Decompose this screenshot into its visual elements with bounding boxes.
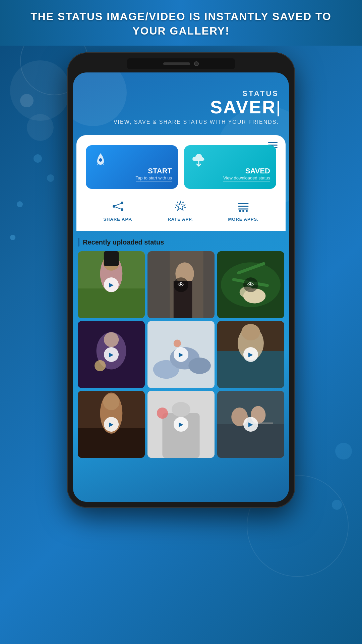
play-overlay-5: ▶ — [147, 321, 215, 388]
star-icon — [174, 200, 186, 215]
rate-app-label: RATE APP. — [168, 217, 193, 222]
share-app-label: SHARE APP. — [103, 217, 132, 222]
play-button-4[interactable]: ▶ — [104, 347, 119, 362]
top-banner-text: THE STATUS IMAGE/VIDEO IS INSTANTLY SAVE… — [13, 9, 349, 38]
phone-notch — [127, 58, 235, 69]
share-app-button[interactable]: SHARE APP. — [103, 200, 132, 222]
menu-line-1 — [268, 142, 278, 143]
cloud-download-icon — [189, 151, 208, 173]
play-button-6[interactable]: ▶ — [243, 347, 258, 362]
more-apps-button[interactable]: MORE APPS. — [228, 200, 258, 222]
phone-speaker — [163, 62, 190, 65]
phone-mockup: STATUS SAVER VIEW, SAVE & SHARE STATUS W… — [67, 52, 295, 508]
status-item-8[interactable]: ▶ — [147, 391, 215, 458]
more-apps-label: MORE APPS. — [228, 217, 258, 222]
app-subtitle: VIEW, SAVE & SHARE STATUS WITH YOUR FRIE… — [83, 119, 279, 125]
phone-screen: STATUS SAVER VIEW, SAVE & SHARE STATUS W… — [73, 72, 289, 502]
status-item-4[interactable]: ▶ — [78, 321, 145, 388]
app-header: STATUS SAVER VIEW, SAVE & SHARE STATUS W… — [73, 72, 289, 135]
play-overlay-2: 👁 — [147, 251, 215, 318]
start-button[interactable]: START Tap to start with us — [86, 145, 178, 189]
rocket-icon — [91, 151, 110, 173]
play-button-7[interactable]: ▶ — [104, 417, 119, 432]
svg-point-7 — [177, 202, 178, 203]
play-overlay-7: ▶ — [78, 391, 145, 458]
play-button-1[interactable]: ▶ — [104, 277, 119, 292]
svg-point-16 — [246, 210, 248, 212]
title-accent-bar — [78, 238, 79, 247]
play-overlay-4: ▶ — [78, 321, 145, 388]
phone-camera — [194, 61, 199, 66]
more-icon — [237, 200, 249, 215]
start-sublabel: Tap to start with us — [136, 175, 172, 181]
eye-button-2[interactable]: 👁 — [174, 277, 188, 292]
status-item-3[interactable]: 👁 — [217, 251, 284, 318]
svg-point-2 — [113, 205, 115, 208]
svg-point-1 — [99, 158, 102, 162]
svg-point-9 — [175, 207, 176, 208]
eye-button-3[interactable]: 👁 — [243, 277, 258, 292]
status-item-9[interactable]: ▶ — [217, 391, 284, 458]
play-overlay-1: ▶ — [78, 251, 145, 318]
play-button-9[interactable]: ▶ — [243, 417, 258, 432]
share-icon — [112, 200, 124, 215]
saved-button[interactable]: SAVED View downloaded status — [184, 145, 276, 189]
main-card: START Tap to start with us SAVED — [76, 135, 286, 231]
svg-point-10 — [184, 207, 186, 208]
phone-wrapper: STATUS SAVER VIEW, SAVE & SHARE STATUS W… — [0, 46, 362, 508]
svg-point-4 — [121, 208, 123, 211]
status-item-5[interactable]: ▶ — [147, 321, 215, 388]
svg-line-6 — [115, 207, 121, 209]
saved-label: SAVED — [245, 167, 270, 175]
status-item-1[interactable]: ▶ — [78, 251, 145, 318]
action-buttons-row: START Tap to start with us SAVED — [86, 145, 276, 189]
play-button-5[interactable]: ▶ — [174, 347, 188, 362]
svg-point-14 — [239, 210, 241, 212]
play-overlay-3: 👁 — [217, 251, 284, 318]
status-item-7[interactable]: ▶ — [78, 391, 145, 458]
cursor-blink — [278, 101, 279, 116]
recently-title-text: Recently uploaded status — [83, 238, 164, 246]
start-label: START — [148, 167, 172, 175]
play-button-8[interactable]: ▶ — [174, 417, 188, 432]
recently-title: Recently uploaded status — [78, 238, 284, 247]
status-item-6[interactable]: ▶ — [217, 321, 284, 388]
svg-line-5 — [115, 204, 121, 206]
bottom-actions-row: SHARE APP. RA — [86, 197, 276, 224]
play-overlay-6: ▶ — [217, 321, 284, 388]
saved-sublabel: View downloaded status — [223, 175, 270, 181]
play-overlay-9: ▶ — [217, 391, 284, 458]
status-grid: ▶ 👁 — [78, 251, 284, 458]
recently-section: Recently uploaded status — [73, 231, 289, 461]
app-title-large: SAVER — [83, 98, 279, 116]
svg-point-15 — [242, 210, 244, 212]
svg-point-8 — [182, 202, 184, 203]
svg-point-3 — [121, 202, 123, 204]
rate-app-button[interactable]: RATE APP. — [168, 200, 193, 222]
top-banner: THE STATUS IMAGE/VIDEO IS INSTANTLY SAVE… — [0, 0, 362, 46]
play-overlay-8: ▶ — [147, 391, 215, 458]
status-item-2[interactable]: 👁 — [147, 251, 215, 318]
